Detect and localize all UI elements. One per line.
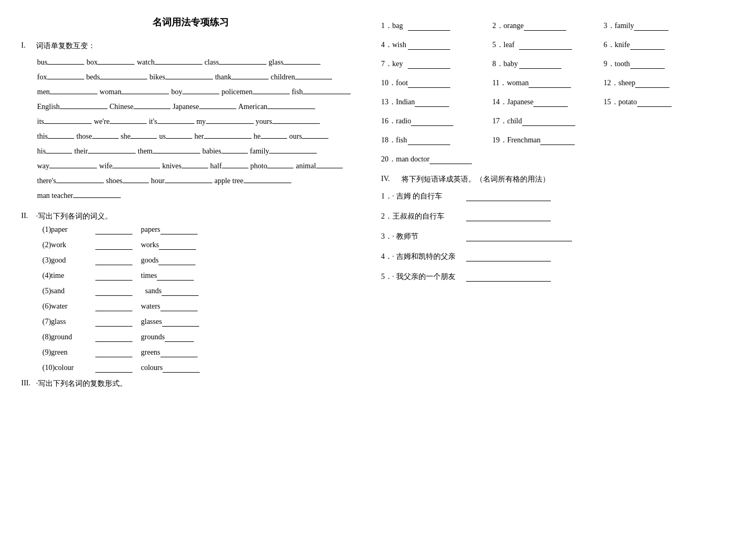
word-ours: ours [289, 129, 328, 144]
rc-row-5: 13．Indian 14．Japanese 15．potato [381, 97, 720, 107]
rc-6-radio: 16．radio [381, 116, 487, 126]
rc-row-7: 18．fish 19．Frenchman [381, 136, 720, 145]
rc-4-foot: 10．foot [381, 78, 487, 88]
rc-2-knife: 6．knife [604, 40, 710, 50]
section4-header: IV. 将下列短语译成英语。（名词所有格的用法） [381, 175, 720, 184]
section4-num: IV. [381, 175, 397, 183]
rc-8-mandoctor: 20．man doctor [381, 155, 487, 164]
section2-title: ·写出下列各词的词义。 [36, 212, 112, 221]
word-woman: woman [100, 85, 169, 100]
rc-row-8: 20．man doctor [381, 155, 720, 164]
rc-1-orange: 2．orange [493, 21, 599, 31]
word-japanese: Japanese [173, 100, 236, 114]
word-thank: thank [215, 70, 269, 85]
rc-row-6: 16．radio 17．child [381, 116, 720, 126]
word-his: his [37, 144, 72, 159]
s4-item-4: 4．· 吉姆和凯特的父亲 [381, 252, 720, 261]
s2-item-3: (3)good goods [42, 256, 360, 265]
section1-words: bus box watch class glass fox beds bikes… [37, 55, 360, 203]
rc-1-bag: 1．bag [381, 21, 487, 31]
rc-3-tooth: 9．tooth [604, 59, 710, 69]
word-animal: animal [296, 159, 342, 174]
word-boy: boy [171, 85, 219, 100]
word-fish: fish [292, 85, 351, 100]
s2-item-7: (7)glass glasses [42, 318, 360, 327]
s2-item-5: (5)sand sands [42, 287, 360, 296]
word-box: box [86, 55, 135, 70]
word-fox: fox [37, 70, 84, 85]
s2-item-4: (4)time times [42, 272, 360, 281]
word-her: her [194, 129, 252, 144]
word-way: way [37, 159, 97, 174]
rc-1-family: 3．family [604, 21, 710, 31]
rc-7-frenchman: 19．Frenchman [493, 136, 599, 145]
rc-4-woman: 11．woman [493, 78, 599, 88]
word-english: English [37, 100, 108, 114]
rc-4-sheep: 12．sheep [604, 78, 710, 88]
s2-item-2: (2)work works [42, 241, 360, 250]
s2-item-9: (9)green greens [42, 348, 360, 357]
s4-item-5: 5．· 我父亲的一个朋友 [381, 272, 720, 282]
section1-num: I. [21, 41, 32, 50]
word-appletree: apple tree [215, 174, 291, 188]
section3-header: III. ·写出下列名词的复数形式。 [21, 379, 360, 389]
word-shoes: shoes [106, 174, 149, 188]
word-were: we're [94, 114, 147, 129]
rc-row-2: 4．wish 5．leaf 6．knife [381, 40, 720, 50]
section4-title: 将下列短语译成英语。（名词所有格的用法） [401, 175, 550, 184]
rc-5-japanese: 14．Japanese [493, 97, 599, 107]
section2-items: (1)paper papers (2)work works (3)good go… [42, 225, 360, 373]
rc-6-child: 17．child [493, 116, 599, 126]
page-title: 名词用法专项练习 [21, 16, 360, 29]
word-watch: watch [137, 55, 202, 70]
section3-num: III. [21, 379, 32, 387]
s4-item-2: 2．王叔叔的自行车 [381, 212, 720, 221]
word-beds: beds [86, 70, 148, 85]
word-bikes: bikes [149, 70, 213, 85]
s2-item-1: (1)paper papers [42, 225, 360, 234]
right-column: 1．bag 2．orange 3．family 4．wish 5．leaf [381, 16, 720, 393]
rc-2-leaf: 5．leaf [493, 40, 599, 50]
rc-row-3: 7．key 8．baby 9．tooth [381, 59, 720, 69]
rc-5-potato: 15．potato [604, 97, 710, 107]
word-chinese: Chinese [110, 100, 171, 114]
rc-2-wish: 4．wish [381, 40, 487, 50]
word-us: us [159, 129, 192, 144]
word-men: men [37, 85, 97, 100]
rc-3-key: 7．key [381, 59, 487, 69]
rc-5-indian: 13．Indian [381, 97, 487, 107]
word-yours: yours [256, 114, 320, 129]
word-children: children [271, 70, 332, 85]
word-babies: babies [202, 144, 248, 159]
word-wife: wife [99, 159, 160, 174]
word-she: she [121, 129, 157, 144]
word-american: American [238, 100, 315, 114]
word-glass: glass [269, 55, 320, 70]
section3-title: ·写出下列名词的复数形式。 [36, 379, 127, 389]
s2-item-8: (8)ground grounds [42, 333, 360, 342]
word-my: my [197, 114, 254, 129]
word-bus: bus [37, 55, 84, 70]
word-policemen: policemen [221, 85, 289, 100]
rc-row-1: 1．bag 2．orange 3．family [381, 21, 720, 31]
s4-item-1: 1．· 吉姆 的自行车 [381, 192, 720, 201]
word-knives: knives [162, 159, 208, 174]
word-class: class [204, 55, 266, 70]
word-this: this [37, 129, 74, 144]
s2-item-6: (6)water waters [42, 302, 360, 311]
word-its2: it's [149, 114, 194, 129]
word-them: them [138, 144, 200, 159]
section1-header: I. 词语单复数互变： [21, 41, 360, 51]
section2-header: II. ·写出下列各词的词义。 [21, 212, 360, 221]
s2-item-10: (10)colour colours [42, 364, 360, 373]
word-he: he [254, 129, 287, 144]
word-photo: photo [251, 159, 294, 174]
word-family: family [250, 144, 317, 159]
s4-item-3: 3．· 教师节 [381, 232, 720, 241]
word-theres: there's [37, 174, 104, 188]
word-hour: hour [151, 174, 212, 188]
word-those: those [76, 129, 119, 144]
section1-title: 词语单复数互变： [36, 41, 95, 51]
section2-num: II. [21, 212, 32, 220]
word-its: its [37, 114, 92, 129]
